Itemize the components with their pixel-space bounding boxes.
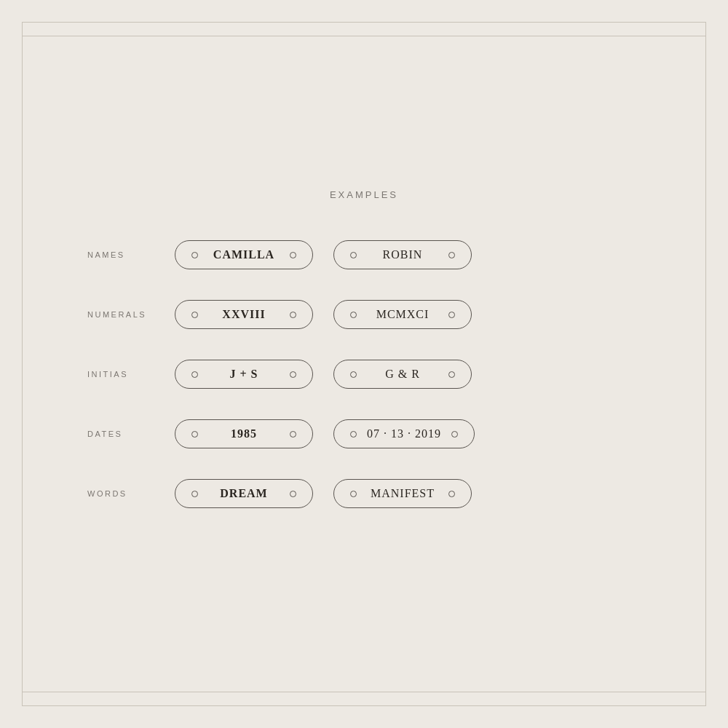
badge-text-2-1: G & R [367, 368, 438, 381]
badge-1-1: MCMXCI [333, 300, 472, 329]
badge-text-4-1: MANIFEST [367, 487, 438, 500]
badge-text-2-0: J + S [208, 368, 280, 381]
badge-text-0-0: CAMILLA [208, 248, 280, 261]
badge-3-1: 07 · 13 · 2019 [333, 419, 475, 448]
badge-dot-left-2-0 [191, 371, 198, 378]
example-row-words: WORDSDREAMMANIFEST [87, 479, 641, 508]
badge-4-1: MANIFEST [333, 479, 472, 508]
badge-dot-right-2-0 [290, 371, 296, 378]
badge-text-1-1: MCMXCI [367, 308, 438, 321]
badge-dot-right-1-0 [290, 312, 296, 318]
badge-dot-right-3-1 [451, 431, 458, 438]
badge-0-0: CAMILLA [175, 240, 313, 269]
badge-dot-right-3-0 [290, 431, 296, 438]
inner-line-top [23, 36, 705, 36]
badge-0-1: ROBIN [333, 240, 472, 269]
badges-group-1: XXVIIIMCMXCI [175, 300, 472, 329]
badge-dot-left-4-0 [191, 491, 198, 497]
example-row-dates: DATES198507 · 13 · 2019 [87, 419, 641, 448]
example-row-initias: INITIASJ + SG & R [87, 360, 641, 389]
outer-frame: EXAMPLES NAMESCAMILLAROBINNUMERALSXXVIII… [22, 22, 706, 706]
badge-text-1-0: XXVIII [208, 308, 280, 321]
badge-dot-left-2-1 [350, 371, 357, 378]
row-label-numerals: NUMERALS [87, 310, 175, 319]
badges-group-3: 198507 · 13 · 2019 [175, 419, 475, 448]
badge-text-3-0: 1985 [208, 427, 280, 440]
inner-line-bottom [23, 692, 705, 692]
badge-4-0: DREAM [175, 479, 313, 508]
badge-dot-left-3-1 [350, 431, 357, 438]
badge-dot-right-1-1 [448, 312, 455, 318]
badge-dot-right-4-1 [448, 491, 455, 497]
content-area: EXAMPLES NAMESCAMILLAROBINNUMERALSXXVIII… [23, 189, 705, 539]
badge-2-1: G & R [333, 360, 472, 389]
badge-dot-left-0-1 [350, 252, 357, 258]
badge-text-4-0: DREAM [208, 487, 280, 500]
example-row-numerals: NUMERALSXXVIIIMCMXCI [87, 300, 641, 329]
row-label-names: NAMES [87, 250, 175, 259]
badge-dot-right-0-1 [448, 252, 455, 258]
row-label-initias: INITIAS [87, 370, 175, 379]
badge-2-0: J + S [175, 360, 313, 389]
row-label-words: WORDS [87, 489, 175, 498]
row-label-dates: DATES [87, 430, 175, 438]
badge-3-0: 1985 [175, 419, 313, 448]
badge-dot-left-4-1 [350, 491, 357, 497]
badge-dot-right-0-0 [290, 252, 296, 258]
badge-1-0: XXVIII [175, 300, 313, 329]
badge-dot-left-0-0 [191, 252, 198, 258]
badge-dot-right-4-0 [290, 491, 296, 497]
badges-group-2: J + SG & R [175, 360, 472, 389]
badge-text-0-1: ROBIN [367, 248, 438, 261]
badge-dot-left-1-0 [191, 312, 198, 318]
badge-dot-left-3-0 [191, 431, 198, 438]
badges-group-4: DREAMMANIFEST [175, 479, 472, 508]
badge-text-3-1: 07 · 13 · 2019 [367, 427, 441, 440]
example-row-names: NAMESCAMILLAROBIN [87, 240, 641, 269]
badges-group-0: CAMILLAROBIN [175, 240, 472, 269]
badge-dot-right-2-1 [448, 371, 455, 378]
examples-grid: NAMESCAMILLAROBINNUMERALSXXVIIIMCMXCIINI… [87, 240, 641, 539]
badge-dot-left-1-1 [350, 312, 357, 318]
section-title: EXAMPLES [330, 189, 398, 200]
